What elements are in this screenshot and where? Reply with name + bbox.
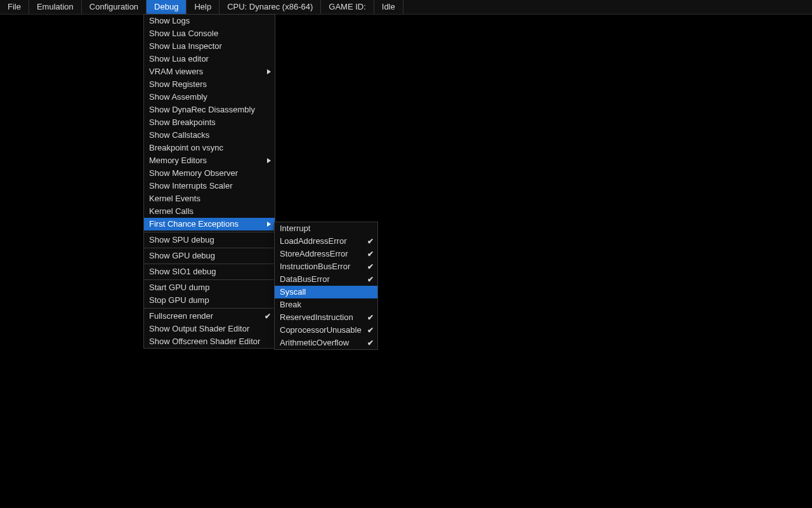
menu-item-label: Show Memory Observer bbox=[149, 168, 238, 178]
menu-item-label: Show Breakpoints bbox=[149, 117, 216, 127]
menu-item[interactable]: Show Interrupts Scaler bbox=[144, 180, 275, 192]
status-cpu: CPU: Dynarec (x86-64) bbox=[219, 0, 321, 14]
menu-item[interactable]: Start GPU dump bbox=[144, 281, 275, 294]
menu-item-label: Break bbox=[280, 300, 301, 309]
menu-separator bbox=[144, 232, 275, 232]
menu-item[interactable]: VRAM viewers bbox=[144, 65, 275, 78]
submenu-arrow-icon bbox=[267, 69, 271, 74]
menu-item-label: Show Logs bbox=[149, 16, 190, 25]
menu-item-label: Show Output Shader Editor bbox=[149, 324, 249, 333]
menu-item[interactable]: Show Assembly bbox=[144, 91, 275, 104]
menu-item-label: Show SPU debug bbox=[149, 235, 214, 244]
status-idle: Idle bbox=[374, 0, 403, 14]
menu-item[interactable]: LoadAddressError✔ bbox=[275, 235, 377, 248]
menu-item[interactable]: First Chance Exceptions bbox=[144, 218, 275, 231]
menu-item-label: ArithmeticOverflow bbox=[280, 338, 349, 347]
menu-configuration[interactable]: Configuration bbox=[82, 0, 147, 14]
menu-item-label: Breakpoint on vsync bbox=[149, 143, 223, 152]
menu-item[interactable]: Show Lua Inspector bbox=[144, 40, 275, 53]
menu-item-label: StoreAddressError bbox=[280, 249, 348, 258]
first-chance-exceptions-submenu: InterruptLoadAddressError✔StoreAddressEr… bbox=[274, 222, 378, 350]
menu-item[interactable]: Show Lua editor bbox=[144, 53, 275, 65]
check-icon: ✔ bbox=[367, 325, 374, 335]
menu-item[interactable]: Show Lua Console bbox=[144, 27, 275, 40]
menu-emulation[interactable]: Emulation bbox=[29, 0, 82, 14]
menu-item[interactable]: Show SIO1 debug bbox=[144, 265, 275, 278]
menu-item-label: Interrupt bbox=[280, 224, 310, 233]
menu-item[interactable]: CoprocessorUnusable✔ bbox=[275, 324, 377, 337]
menu-item-label: Fullscreen render bbox=[149, 311, 213, 321]
menu-item[interactable]: Break bbox=[275, 298, 377, 311]
menu-item[interactable]: ArithmeticOverflow✔ bbox=[275, 337, 377, 349]
menu-item[interactable]: Show Callstacks bbox=[144, 129, 275, 142]
menu-item-label: Memory Editors bbox=[149, 156, 207, 165]
menu-item-label: LoadAddressError bbox=[280, 236, 347, 246]
menu-separator bbox=[144, 264, 275, 264]
menu-item-label: Show Callstacks bbox=[149, 130, 209, 140]
menu-help[interactable]: Help bbox=[187, 0, 219, 14]
menu-item-label: Show Lua editor bbox=[149, 54, 209, 64]
menu-item-label: Start GPU dump bbox=[149, 283, 209, 292]
menu-item[interactable]: Show SPU debug bbox=[144, 234, 275, 246]
menu-item[interactable]: Syscall bbox=[275, 286, 377, 298]
menu-item-label: Show Assembly bbox=[149, 92, 207, 102]
menu-item[interactable]: Show Memory Observer bbox=[144, 167, 275, 180]
menu-item[interactable]: DataBusError✔ bbox=[275, 273, 377, 286]
menu-item-label: Syscall bbox=[280, 287, 306, 297]
menu-item-label: Show Offscreen Shader Editor bbox=[149, 337, 260, 346]
menu-item[interactable]: StoreAddressError✔ bbox=[275, 248, 377, 260]
menu-item[interactable]: Kernel Calls bbox=[144, 205, 275, 218]
menu-item[interactable]: Memory Editors bbox=[144, 154, 275, 167]
menu-item[interactable]: Show GPU debug bbox=[144, 250, 275, 262]
menu-item-label: Show GPU debug bbox=[149, 251, 215, 260]
menu-item[interactable]: Breakpoint on vsync bbox=[144, 142, 275, 154]
menu-item[interactable]: Stop GPU dump bbox=[144, 294, 275, 307]
check-icon: ✔ bbox=[265, 311, 271, 321]
menu-item-label: Show Registers bbox=[149, 79, 207, 89]
menu-item[interactable]: Fullscreen render✔ bbox=[144, 310, 275, 323]
menu-item[interactable]: Show Breakpoints bbox=[144, 116, 275, 129]
menu-separator bbox=[144, 248, 275, 248]
menu-item-label: Show DynaRec Disassembly bbox=[149, 105, 255, 114]
menu-item[interactable]: Kernel Events bbox=[144, 192, 275, 205]
menu-separator bbox=[144, 279, 275, 280]
menu-item-label: ReservedInstruction bbox=[280, 312, 353, 322]
check-icon: ✔ bbox=[367, 249, 374, 259]
menu-item[interactable]: Show Output Shader Editor bbox=[144, 323, 275, 335]
menu-item-label: Kernel Calls bbox=[149, 206, 193, 216]
menu-item[interactable]: InstructionBusError✔ bbox=[275, 260, 377, 273]
menu-item[interactable]: ReservedInstruction✔ bbox=[275, 311, 377, 324]
menu-item-label: Show SIO1 debug bbox=[149, 267, 216, 276]
menu-item-label: Show Lua Inspector bbox=[149, 41, 222, 51]
menu-item-label: First Chance Exceptions bbox=[149, 219, 239, 229]
menu-item-label: Kernel Events bbox=[149, 194, 200, 203]
menu-item-label: Show Interrupts Scaler bbox=[149, 181, 233, 190]
check-icon: ✔ bbox=[367, 274, 374, 284]
menu-separator bbox=[144, 308, 275, 309]
menubar: File Emulation Configuration Debug Help … bbox=[0, 0, 812, 15]
submenu-arrow-icon bbox=[267, 158, 271, 163]
debug-dropdown: Show LogsShow Lua ConsoleShow Lua Inspec… bbox=[143, 14, 275, 349]
submenu-arrow-icon bbox=[267, 222, 271, 227]
check-icon: ✔ bbox=[367, 312, 374, 323]
check-icon: ✔ bbox=[367, 262, 374, 272]
menu-item[interactable]: Interrupt bbox=[275, 222, 377, 235]
menu-item-label: InstructionBusError bbox=[280, 262, 350, 271]
status-game-id: GAME ID: bbox=[321, 0, 374, 14]
menu-item-label: VRAM viewers bbox=[149, 67, 203, 76]
menu-debug[interactable]: Debug bbox=[147, 0, 187, 14]
menu-item-label: CoprocessorUnusable bbox=[280, 325, 362, 335]
menu-item[interactable]: Show Registers bbox=[144, 78, 275, 91]
menu-file[interactable]: File bbox=[0, 0, 29, 14]
menu-item-label: DataBusError bbox=[280, 274, 330, 284]
menu-item[interactable]: Show Offscreen Shader Editor bbox=[144, 335, 275, 348]
menu-item[interactable]: Show Logs bbox=[144, 15, 275, 27]
menu-item[interactable]: Show DynaRec Disassembly bbox=[144, 104, 275, 116]
check-icon: ✔ bbox=[367, 338, 374, 348]
menu-item-label: Show Lua Console bbox=[149, 29, 218, 38]
menu-item-label: Stop GPU dump bbox=[149, 295, 209, 305]
check-icon: ✔ bbox=[367, 236, 374, 246]
